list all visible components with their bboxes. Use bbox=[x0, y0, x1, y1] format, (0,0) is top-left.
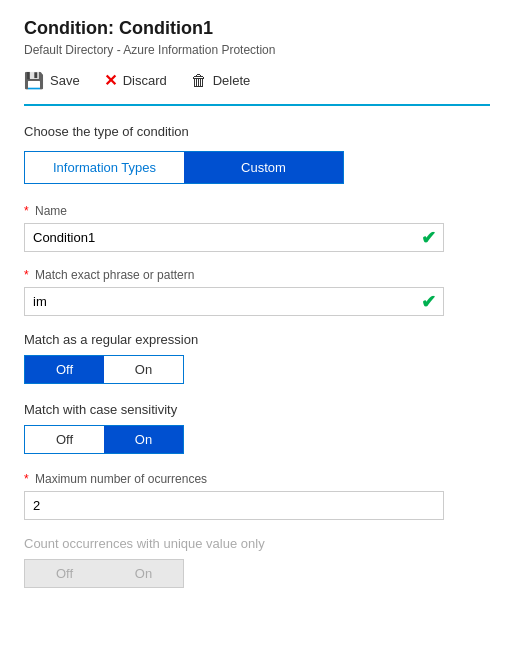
delete-button[interactable]: 🗑 Delete bbox=[191, 72, 251, 90]
toolbar: 💾 Save ✕ Discard 🗑 Delete bbox=[24, 71, 490, 106]
unique-toggle-section: Count occurrences with unique value only… bbox=[24, 536, 490, 588]
subtitle: Default Directory - Azure Information Pr… bbox=[24, 43, 490, 57]
regex-on-button[interactable]: On bbox=[104, 356, 183, 383]
max-occurrences-input[interactable] bbox=[24, 491, 444, 520]
delete-icon: 🗑 bbox=[191, 72, 207, 90]
match-field-group: * Match exact phrase or pattern ✔ bbox=[24, 268, 490, 316]
discard-icon: ✕ bbox=[104, 71, 117, 90]
name-field-group: * Name ✔ bbox=[24, 204, 490, 252]
regex-off-button[interactable]: Off bbox=[25, 356, 104, 383]
case-toggle-label: Match with case sensitivity bbox=[24, 402, 490, 417]
section-label: Choose the type of condition bbox=[24, 124, 490, 139]
page-title: Condition: Condition1 bbox=[24, 18, 490, 39]
case-toggle-section: Match with case sensitivity Off On bbox=[24, 402, 490, 454]
name-required-star: * bbox=[24, 204, 29, 218]
name-check-icon: ✔ bbox=[421, 227, 436, 249]
regex-toggle-label: Match as a regular expression bbox=[24, 332, 490, 347]
case-toggle-group: Off On bbox=[24, 425, 184, 454]
name-input[interactable] bbox=[24, 223, 444, 252]
case-off-button[interactable]: Off bbox=[25, 426, 104, 453]
save-button[interactable]: 💾 Save bbox=[24, 71, 80, 90]
max-required-star: * bbox=[24, 472, 29, 486]
match-label: * Match exact phrase or pattern bbox=[24, 268, 490, 282]
discard-button[interactable]: ✕ Discard bbox=[104, 71, 167, 90]
match-input-wrapper: ✔ bbox=[24, 287, 444, 316]
match-required-star: * bbox=[24, 268, 29, 282]
unique-on-button: On bbox=[104, 560, 183, 587]
match-input[interactable] bbox=[24, 287, 444, 316]
regex-toggle-group: Off On bbox=[24, 355, 184, 384]
max-occurrences-field-group: * Maximum number of ocurrences bbox=[24, 472, 490, 520]
unique-toggle-group: Off On bbox=[24, 559, 184, 588]
regex-toggle-section: Match as a regular expression Off On bbox=[24, 332, 490, 384]
max-occurrences-label: * Maximum number of ocurrences bbox=[24, 472, 490, 486]
unique-off-button: Off bbox=[25, 560, 104, 587]
unique-toggle-label: Count occurrences with unique value only bbox=[24, 536, 490, 551]
save-icon: 💾 bbox=[24, 71, 44, 90]
name-input-wrapper: ✔ bbox=[24, 223, 444, 252]
tab-group: Information Types Custom bbox=[24, 151, 344, 184]
tab-information-types[interactable]: Information Types bbox=[25, 152, 184, 183]
name-label: * Name bbox=[24, 204, 490, 218]
match-check-icon: ✔ bbox=[421, 291, 436, 313]
case-on-button[interactable]: On bbox=[104, 426, 183, 453]
tab-custom[interactable]: Custom bbox=[184, 152, 343, 183]
